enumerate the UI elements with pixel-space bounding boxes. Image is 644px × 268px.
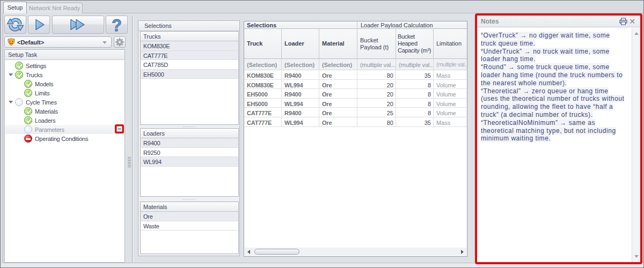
svg-text:?: ? — [112, 16, 122, 33]
